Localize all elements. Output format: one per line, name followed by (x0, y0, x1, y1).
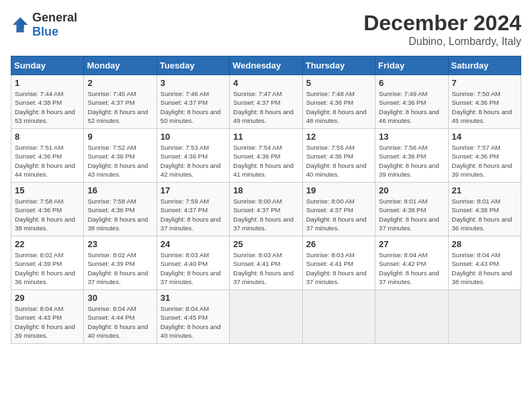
cell-info: Sunrise: 7:46 AM Sunset: 4:37 PM Dayligh… (161, 89, 226, 125)
day-number: 25 (233, 239, 298, 249)
cell-info: Sunrise: 8:04 AM Sunset: 4:45 PM Dayligh… (161, 304, 226, 340)
cell-info: Sunrise: 7:55 AM Sunset: 4:36 PM Dayligh… (306, 143, 371, 179)
cell-info: Sunrise: 8:04 AM Sunset: 4:43 PM Dayligh… (452, 250, 517, 286)
day-number: 29 (15, 293, 80, 303)
calendar-week-3: 15 Sunrise: 7:58 AM Sunset: 4:36 PM Dayl… (11, 183, 521, 236)
calendar-cell: 12 Sunrise: 7:55 AM Sunset: 4:36 PM Dayl… (302, 129, 375, 183)
header-monday: Monday (84, 56, 157, 75)
page-header: General Blue December 2024 Dubino, Lomba… (11, 11, 521, 48)
cell-info: Sunrise: 7:47 AM Sunset: 4:37 PM Dayligh… (233, 89, 298, 125)
calendar-cell: 4 Sunrise: 7:47 AM Sunset: 4:37 PM Dayli… (230, 75, 302, 129)
cell-info: Sunrise: 7:45 AM Sunset: 4:37 PM Dayligh… (87, 89, 152, 125)
day-number: 26 (306, 239, 371, 249)
calendar-cell: 13 Sunrise: 7:56 AM Sunset: 4:36 PM Dayl… (375, 129, 448, 183)
calendar-cell: 11 Sunrise: 7:54 AM Sunset: 4:36 PM Dayl… (230, 129, 302, 183)
day-number: 10 (161, 132, 226, 142)
cell-info: Sunrise: 8:04 AM Sunset: 4:44 PM Dayligh… (87, 304, 152, 340)
calendar-cell: 3 Sunrise: 7:46 AM Sunset: 4:37 PM Dayli… (157, 75, 229, 129)
day-number: 14 (452, 132, 517, 142)
cell-info: Sunrise: 7:51 AM Sunset: 4:36 PM Dayligh… (15, 143, 80, 179)
day-number: 4 (233, 78, 298, 88)
cell-info: Sunrise: 8:03 AM Sunset: 4:41 PM Dayligh… (306, 250, 371, 286)
day-number: 7 (452, 78, 517, 88)
calendar-cell: 19 Sunrise: 8:00 AM Sunset: 4:37 PM Dayl… (302, 183, 375, 236)
cell-info: Sunrise: 8:01 AM Sunset: 4:38 PM Dayligh… (379, 197, 444, 232)
calendar-cell: 23 Sunrise: 8:02 AM Sunset: 4:39 PM Dayl… (84, 236, 157, 290)
day-number: 16 (87, 185, 152, 195)
cell-info: Sunrise: 7:53 AM Sunset: 4:36 PM Dayligh… (161, 143, 226, 179)
month-title: December 2024 (363, 11, 521, 36)
day-number: 27 (379, 239, 444, 249)
calendar-cell: 31 Sunrise: 8:04 AM Sunset: 4:45 PM Dayl… (157, 290, 229, 344)
day-number: 24 (161, 239, 226, 249)
calendar-week-4: 22 Sunrise: 8:02 AM Sunset: 4:39 PM Dayl… (11, 236, 521, 290)
cell-info: Sunrise: 7:44 AM Sunset: 4:38 PM Dayligh… (15, 89, 80, 125)
calendar-cell: 27 Sunrise: 8:04 AM Sunset: 4:42 PM Dayl… (375, 236, 448, 290)
day-number: 11 (233, 132, 298, 142)
title-area: December 2024 Dubino, Lombardy, Italy (363, 11, 521, 48)
calendar-week-2: 8 Sunrise: 7:51 AM Sunset: 4:36 PM Dayli… (11, 129, 521, 183)
day-number: 21 (452, 185, 517, 195)
day-number: 31 (161, 293, 226, 303)
day-number: 20 (379, 185, 444, 195)
cell-info: Sunrise: 7:58 AM Sunset: 4:36 PM Dayligh… (87, 197, 152, 232)
cell-info: Sunrise: 7:59 AM Sunset: 4:37 PM Dayligh… (161, 197, 226, 232)
header-sunday: Sunday (11, 56, 84, 75)
logo-general-text: General (32, 11, 77, 24)
header-friday: Friday (375, 56, 448, 75)
logo-icon (11, 15, 30, 34)
cell-info: Sunrise: 7:54 AM Sunset: 4:36 PM Dayligh… (233, 143, 298, 179)
calendar-cell: 29 Sunrise: 8:04 AM Sunset: 4:43 PM Dayl… (11, 290, 84, 344)
cell-info: Sunrise: 7:48 AM Sunset: 4:36 PM Dayligh… (306, 89, 371, 125)
cell-info: Sunrise: 7:56 AM Sunset: 4:36 PM Dayligh… (379, 143, 444, 179)
calendar-cell: 24 Sunrise: 8:03 AM Sunset: 4:40 PM Dayl… (157, 236, 229, 290)
cell-info: Sunrise: 8:02 AM Sunset: 4:39 PM Dayligh… (87, 250, 152, 286)
day-number: 8 (15, 132, 80, 142)
calendar-week-5: 29 Sunrise: 8:04 AM Sunset: 4:43 PM Dayl… (11, 290, 521, 344)
cell-info: Sunrise: 7:52 AM Sunset: 4:36 PM Dayligh… (87, 143, 152, 179)
calendar-header-row: SundayMondayTuesdayWednesdayThursdayFrid… (11, 56, 521, 75)
day-number: 15 (15, 185, 80, 195)
header-saturday: Saturday (448, 56, 521, 75)
day-number: 2 (87, 78, 152, 88)
calendar-cell (230, 290, 302, 344)
day-number: 23 (87, 239, 152, 249)
day-number: 17 (161, 185, 226, 195)
cell-info: Sunrise: 7:50 AM Sunset: 4:36 PM Dayligh… (452, 89, 517, 125)
cell-info: Sunrise: 8:01 AM Sunset: 4:38 PM Dayligh… (452, 197, 517, 232)
calendar-cell: 10 Sunrise: 7:53 AM Sunset: 4:36 PM Dayl… (157, 129, 229, 183)
header-thursday: Thursday (302, 56, 375, 75)
location-title: Dubino, Lombardy, Italy (363, 36, 521, 48)
cell-info: Sunrise: 8:00 AM Sunset: 4:37 PM Dayligh… (306, 197, 371, 232)
day-number: 5 (306, 78, 371, 88)
calendar-cell: 14 Sunrise: 7:57 AM Sunset: 4:36 PM Dayl… (448, 129, 521, 183)
calendar-cell: 18 Sunrise: 8:00 AM Sunset: 4:37 PM Dayl… (230, 183, 302, 236)
calendar-cell (302, 290, 375, 344)
cell-info: Sunrise: 7:58 AM Sunset: 4:36 PM Dayligh… (15, 197, 80, 232)
header-wednesday: Wednesday (230, 56, 302, 75)
day-number: 28 (452, 239, 517, 249)
day-number: 30 (87, 293, 152, 303)
calendar-cell: 15 Sunrise: 7:58 AM Sunset: 4:36 PM Dayl… (11, 183, 84, 236)
header-tuesday: Tuesday (157, 56, 229, 75)
day-number: 18 (233, 185, 298, 195)
day-number: 12 (306, 132, 371, 142)
cell-info: Sunrise: 7:57 AM Sunset: 4:36 PM Dayligh… (452, 143, 517, 179)
calendar-cell (375, 290, 448, 344)
svg-marker-1 (20, 17, 28, 29)
day-number: 13 (379, 132, 444, 142)
calendar-cell: 7 Sunrise: 7:50 AM Sunset: 4:36 PM Dayli… (448, 75, 521, 129)
calendar-cell: 6 Sunrise: 7:49 AM Sunset: 4:36 PM Dayli… (375, 75, 448, 129)
cell-info: Sunrise: 8:04 AM Sunset: 4:42 PM Dayligh… (379, 250, 444, 286)
calendar-cell: 5 Sunrise: 7:48 AM Sunset: 4:36 PM Dayli… (302, 75, 375, 129)
calendar-cell (448, 290, 521, 344)
day-number: 19 (306, 185, 371, 195)
calendar-cell: 22 Sunrise: 8:02 AM Sunset: 4:39 PM Dayl… (11, 236, 84, 290)
day-number: 6 (379, 78, 444, 88)
calendar-cell: 28 Sunrise: 8:04 AM Sunset: 4:43 PM Dayl… (448, 236, 521, 290)
logo: General Blue (11, 11, 77, 39)
calendar-cell: 2 Sunrise: 7:45 AM Sunset: 4:37 PM Dayli… (84, 75, 157, 129)
day-number: 3 (161, 78, 226, 88)
cell-info: Sunrise: 8:03 AM Sunset: 4:41 PM Dayligh… (233, 250, 298, 286)
calendar-cell: 9 Sunrise: 7:52 AM Sunset: 4:36 PM Dayli… (84, 129, 157, 183)
